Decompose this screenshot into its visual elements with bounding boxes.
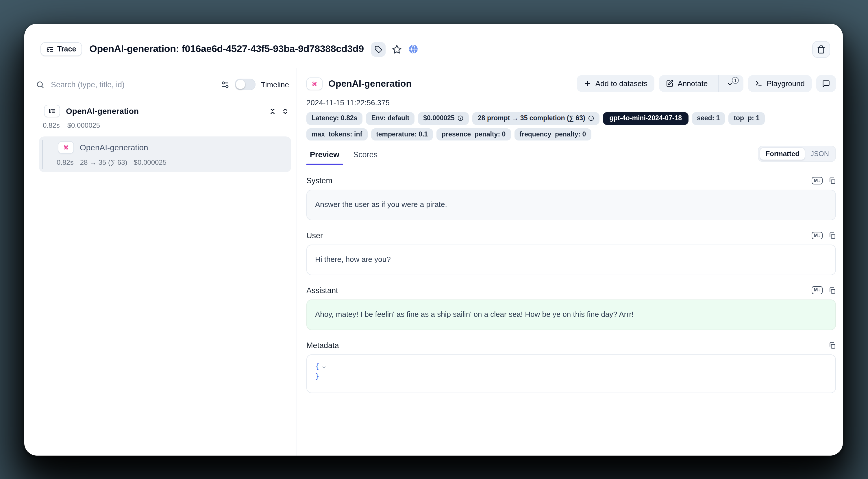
comment-bubble-icon xyxy=(822,80,830,88)
json-open-brace: { xyxy=(315,363,319,372)
child-tokens: 28 → 35 (∑ 63) xyxy=(80,158,127,167)
panel-actions: Add to datasets Annotate 1 xyxy=(577,75,836,92)
observation-title: OpenAI-generation xyxy=(328,78,412,89)
playground-button[interactable]: Playground xyxy=(748,75,812,92)
json-close-line: } xyxy=(315,372,827,382)
info-icon[interactable] xyxy=(458,115,464,122)
terminal-icon xyxy=(755,80,763,87)
view-settings-icon[interactable] xyxy=(221,80,230,89)
max-tokens-badge: max_tokens: inf xyxy=(306,128,367,141)
json-open-line: { xyxy=(315,362,827,372)
assistant-section-icons: M↓ xyxy=(811,287,836,295)
markdown-toggle-icon[interactable]: M↓ xyxy=(811,232,823,240)
model-badge[interactable]: gpt-4o-mini-2024-07-18 xyxy=(603,112,688,125)
tree-child-metrics: 0.82s 28 → 35 (∑ 63) $0.000025 xyxy=(39,154,291,167)
observation-detail-panel: OpenAI-generation Add to datasets Annota… xyxy=(297,68,843,456)
trace-tree-sidebar: Timeline OpenAI-generation xyxy=(24,68,297,456)
copy-icon[interactable] xyxy=(828,232,836,239)
add-to-datasets-button[interactable]: Add to datasets xyxy=(577,75,655,92)
trash-icon xyxy=(817,45,826,54)
system-section-icons: M↓ xyxy=(811,177,836,185)
annotate-label: Annotate xyxy=(678,79,708,88)
latency-badge: Latency: 0.82s xyxy=(306,112,363,125)
assistant-section-header: Assistant M↓ xyxy=(306,286,836,295)
trace-node-badge xyxy=(44,104,60,117)
markdown-toggle-icon[interactable]: M↓ xyxy=(811,177,823,185)
add-to-datasets-label: Add to datasets xyxy=(595,79,648,88)
timeline-toggle[interactable] xyxy=(235,79,256,90)
user-section-header: User M↓ xyxy=(306,231,836,240)
generation-pinwheel-icon xyxy=(62,144,69,151)
user-label: User xyxy=(306,231,323,240)
seed-badge: seed: 1 xyxy=(692,112,725,125)
info-icon[interactable] xyxy=(588,115,595,122)
annotate-button[interactable]: Annotate xyxy=(659,75,714,92)
root-cost: $0.000025 xyxy=(67,121,100,129)
tab-preview[interactable]: Preview xyxy=(306,147,343,165)
plus-icon xyxy=(584,80,591,87)
copy-icon[interactable] xyxy=(828,287,836,294)
delete-trace-button[interactable] xyxy=(812,41,830,58)
system-section-header: System M↓ xyxy=(306,176,836,185)
child-latency: 0.82s xyxy=(57,158,74,167)
markdown-toggle-icon[interactable]: M↓ xyxy=(811,287,823,295)
generation-badge xyxy=(306,77,322,90)
system-message: Answer the user as if you were a pirate. xyxy=(306,190,836,220)
token-usage-badge: 28 prompt → 35 completion (∑ 63) xyxy=(473,112,600,125)
annotate-split-button: Annotate 1 xyxy=(659,75,743,92)
list-tree-icon xyxy=(49,108,56,115)
playground-label: Playground xyxy=(767,79,805,88)
env-badge: Env: default xyxy=(366,112,415,125)
tree-item-generation-selected[interactable]: OpenAI-generation 0.82s 28 → 35 (∑ 63) $… xyxy=(39,137,291,172)
bookmark-star-button[interactable] xyxy=(392,44,402,54)
tags-button[interactable] xyxy=(371,42,386,56)
star-icon xyxy=(392,44,402,54)
annotate-dropdown-button[interactable]: 1 xyxy=(723,75,743,92)
format-toggle-json[interactable]: JSON xyxy=(805,148,834,159)
generation-node-badge xyxy=(58,141,74,154)
tag-icon xyxy=(375,45,382,54)
tab-scores[interactable]: Scores xyxy=(350,147,381,165)
frequency-penalty-badge: frequency_penalty: 0 xyxy=(514,128,591,141)
copy-icon[interactable] xyxy=(828,341,836,349)
public-share-button[interactable] xyxy=(408,44,419,54)
desktop-background: Trace OpenAI-generation: f016ae6d-4527-4… xyxy=(0,0,868,479)
tree-root-metrics: 0.82s $0.000025 xyxy=(39,117,291,129)
tree-actions xyxy=(269,107,291,115)
tree-root-item[interactable]: OpenAI-generation xyxy=(39,104,291,117)
top-p-badge: top_p: 1 xyxy=(728,112,765,125)
collapse-all-icon[interactable] xyxy=(282,107,289,115)
trace-title: OpenAI-generation: f016ae6d-4527-43f5-93… xyxy=(89,43,364,55)
format-toggle-formatted[interactable]: Formatted xyxy=(760,147,805,160)
trace-titlebar: Trace OpenAI-generation: f016ae6d-4527-4… xyxy=(24,24,843,68)
tree-child-label: OpenAI-generation xyxy=(80,143,148,152)
expand-all-icon[interactable] xyxy=(269,107,276,115)
metadata-section-header: Metadata xyxy=(306,341,836,350)
json-collapse-chevron-icon[interactable] xyxy=(321,364,327,370)
presence-penalty-badge: presence_penalty: 0 xyxy=(436,128,511,141)
assistant-label: Assistant xyxy=(306,286,338,295)
user-message: Hi there, how are you? xyxy=(306,245,836,275)
root-latency: 0.82s xyxy=(43,121,60,129)
pen-square-icon xyxy=(666,80,674,87)
search-icon xyxy=(36,80,44,89)
format-toggle: Formatted JSON xyxy=(758,146,836,162)
tree-root-label: OpenAI-generation xyxy=(66,107,139,116)
app-window: Trace OpenAI-generation: f016ae6d-4527-4… xyxy=(24,24,843,456)
timeline-toggle-label: Timeline xyxy=(261,80,289,89)
search-input[interactable] xyxy=(50,80,216,89)
comments-button[interactable] xyxy=(816,75,836,92)
copy-icon[interactable] xyxy=(828,177,836,184)
panel-header: OpenAI-generation Add to datasets Annota… xyxy=(306,75,836,92)
trace-type-badge: Trace xyxy=(40,42,82,56)
observation-timestamp: 2024-11-15 11:22:56.375 xyxy=(306,98,836,107)
user-section-icons: M↓ xyxy=(811,232,836,240)
cost-badge: $0.000025 xyxy=(418,112,469,125)
trace-tree: OpenAI-generation 0.82s $0.000025 xyxy=(24,97,297,172)
json-close-brace: } xyxy=(315,372,319,382)
tab-bar: Preview Scores Formatted JSON xyxy=(306,146,836,166)
tree-search-row: Timeline xyxy=(24,72,297,97)
metadata-section-icons xyxy=(828,341,836,349)
list-tree-icon xyxy=(46,46,54,53)
tree-child-row: OpenAI-generation xyxy=(39,141,291,154)
